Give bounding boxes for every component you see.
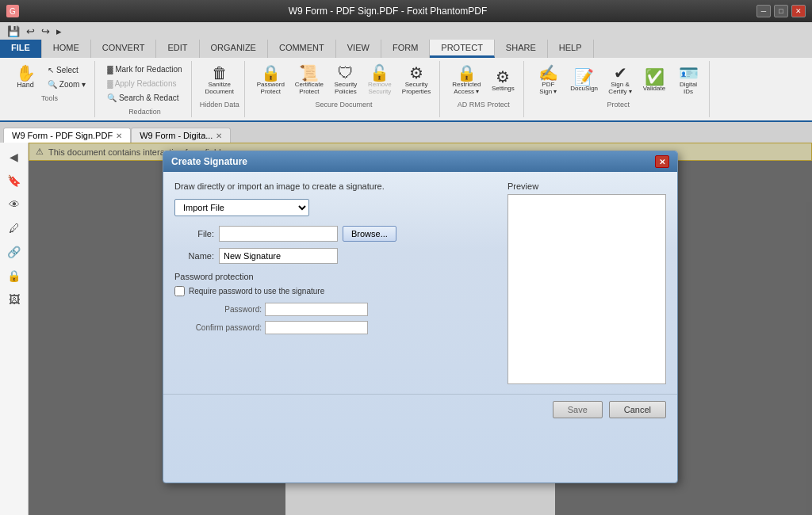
tab-organize[interactable]: ORGANIZE: [200, 40, 268, 58]
rms-settings-label: Settings: [492, 85, 515, 92]
annotation-btn[interactable]: 🖊: [2, 217, 26, 239]
file-row: File: Browse...: [174, 226, 500, 242]
pdf-area: ⚠ This document contains interactive for…: [29, 143, 812, 515]
require-password-checkbox[interactable]: [174, 286, 185, 296]
redo-qat-btn[interactable]: ↪: [39, 25, 52, 38]
password-icon: 🔒: [261, 65, 281, 81]
digital-ids-btn[interactable]: 🪪 DigitalIDs: [672, 63, 704, 97]
thumbnail-btn[interactable]: 👁: [2, 193, 26, 216]
bookmark-btn[interactable]: 🔖: [2, 170, 26, 192]
password-protect-btn[interactable]: 🔒 PasswordProtect: [253, 63, 289, 97]
doc-tab-2-close[interactable]: ✕: [216, 132, 222, 140]
tab-help[interactable]: HELP: [548, 40, 594, 58]
security-policies-icon: 🛡: [338, 65, 354, 81]
restricted-access-btn[interactable]: 🔒 RestrictedAccess ▾: [448, 63, 485, 97]
name-label: Name:: [174, 251, 214, 261]
name-input[interactable]: [219, 248, 338, 264]
validate-btn[interactable]: ✅ Validate: [638, 67, 670, 94]
password-section-title: Password protection: [174, 272, 500, 281]
tab-form[interactable]: FORM: [381, 40, 430, 58]
zoom-tool-btn[interactable]: 🔍 Zoom ▾: [44, 78, 90, 91]
tab-comment[interactable]: COMMENT: [268, 40, 336, 58]
create-signature-dialog: Create Signature ✕ Draw directly or impo…: [163, 151, 678, 483]
browse-button[interactable]: Browse...: [343, 226, 396, 242]
mark-redaction-btn[interactable]: ▓ Mark for Redaction: [103, 63, 186, 76]
link-btn[interactable]: 🔗: [2, 241, 26, 263]
security-btn[interactable]: 🔒: [2, 265, 26, 287]
sanitize-btn[interactable]: 🗑 SanitizeDocument: [201, 63, 237, 97]
remove-security-icon: 🔓: [370, 65, 389, 81]
sign-certify-icon: ✔: [614, 65, 627, 81]
doc-tab-1[interactable]: W9 Form - PDF Sign.PDF ✕: [3, 128, 131, 143]
select-tool-btn[interactable]: ↖ Select: [44, 63, 90, 77]
group-tools: ✋ Hand ↖ Select 🔍 Zoom ▾ Tools: [5, 61, 95, 117]
password-input[interactable]: [265, 303, 368, 316]
group-redaction: ▓ Mark for Redaction ▓ Apply Redactions …: [98, 61, 192, 117]
select-label: Select: [56, 66, 79, 74]
security-props-label: SecurityProperties: [402, 81, 431, 95]
sign-certify-btn[interactable]: ✔ Sign &Certify ▾: [604, 63, 636, 97]
file-input[interactable]: [219, 226, 338, 242]
hand-icon: ✋: [16, 65, 36, 81]
search-redact-btn[interactable]: 🔍 Search & Redact: [103, 91, 186, 105]
save-qat-btn[interactable]: 💾: [5, 25, 22, 38]
pdf-sign-btn[interactable]: ✍ PDFSign ▾: [532, 63, 564, 97]
nav-collapse-btn[interactable]: ◀: [2, 146, 26, 168]
tab-share[interactable]: SHARE: [495, 40, 548, 58]
import-select-row: Draw Signature Import File Type Signatur…: [174, 199, 500, 216]
sign-certify-label: Sign &Certify ▾: [608, 81, 631, 95]
secure-doc-label: Secure Document: [316, 101, 373, 109]
window-title: W9 Form - PDF Sign.PDF - Foxit PhantomPD…: [19, 6, 756, 17]
dialog-close-button[interactable]: ✕: [655, 155, 669, 168]
group-secure-doc: 🔒 PasswordProtect 📜 CertificateProtect 🛡…: [248, 61, 441, 117]
restricted-label: RestrictedAccess ▾: [452, 81, 481, 95]
ad-rms-label: AD RMS Protect: [458, 101, 510, 109]
require-password-label[interactable]: Require password to use the signature: [189, 287, 324, 296]
hand-label: Hand: [17, 81, 34, 89]
tab-edit[interactable]: EDIT: [156, 40, 199, 58]
main-area: ◀ 🔖 👁 🖊 🔗 🔒 🖼 ⚠ This document contains i…: [0, 143, 812, 515]
tab-convert[interactable]: CONVERT: [91, 40, 157, 58]
require-password-row: Require password to use the signature: [174, 286, 500, 296]
cancel-button[interactable]: Cancel: [609, 401, 666, 418]
pdf-sign-icon: ✍: [538, 65, 558, 81]
password-section: Password protection Require password to …: [174, 272, 500, 334]
rms-settings-btn[interactable]: ⚙ Settings: [487, 67, 519, 94]
security-policies-btn[interactable]: 🛡 SecurityPolicies: [330, 63, 362, 97]
security-props-btn[interactable]: ⚙ SecurityProperties: [398, 63, 435, 97]
hand-tool-btn[interactable]: ✋ Hand: [10, 63, 41, 91]
docusign-btn[interactable]: 📝 DocuSign: [566, 67, 602, 94]
tab-home[interactable]: HOME: [42, 40, 91, 58]
maximize-button[interactable]: □: [774, 5, 788, 17]
save-button[interactable]: Save: [553, 401, 603, 418]
remove-security-btn[interactable]: 🔓 RemoveSecurity: [364, 63, 396, 97]
ribbon-area: 💾 ↩ ↪ ▸ FILE HOME CONVERT EDIT ORGANIZE …: [0, 22, 812, 122]
password-row: Password:: [174, 303, 500, 316]
preview-panel: Preview: [508, 181, 666, 384]
tab-view[interactable]: VIEW: [336, 40, 381, 58]
security-policies-label: SecurityPolicies: [334, 81, 357, 95]
tab-protect[interactable]: PROTECT: [430, 40, 495, 58]
minimize-button[interactable]: ─: [756, 5, 771, 17]
doc-tab-2[interactable]: W9 Form - Digita... ✕: [131, 128, 231, 143]
certificate-btn[interactable]: 📜 CertificateProtect: [291, 63, 327, 97]
apply-redactions-btn[interactable]: ▓ Apply Redactions: [103, 77, 186, 90]
digital-ids-label: DigitalIDs: [680, 81, 697, 95]
confirm-password-row: Confirm password:: [174, 321, 500, 334]
run-qat-btn[interactable]: ▸: [54, 25, 64, 38]
restricted-icon: 🔒: [457, 65, 477, 81]
group-hidden-data: 🗑 SanitizeDocument Hidden Data: [195, 61, 245, 117]
close-button[interactable]: ✕: [791, 5, 806, 17]
window-controls[interactable]: ─ □ ✕: [756, 5, 806, 17]
dialog-title: Create Signature: [171, 156, 247, 167]
undo-qat-btn[interactable]: ↩: [24, 25, 37, 38]
confirm-password-input[interactable]: [265, 321, 368, 334]
import-type-select[interactable]: Draw Signature Import File Type Signatur…: [174, 199, 309, 216]
dialog-overlay: Create Signature ✕ Draw directly or impo…: [29, 143, 812, 515]
remove-security-label: RemoveSecurity: [368, 81, 392, 95]
image-btn[interactable]: 🖼: [2, 288, 26, 311]
docusign-icon: 📝: [574, 69, 594, 85]
doc-tab-1-close[interactable]: ✕: [116, 132, 122, 140]
quick-access-toolbar: 💾 ↩ ↪ ▸: [0, 22, 812, 40]
tab-file[interactable]: FILE: [0, 40, 42, 58]
